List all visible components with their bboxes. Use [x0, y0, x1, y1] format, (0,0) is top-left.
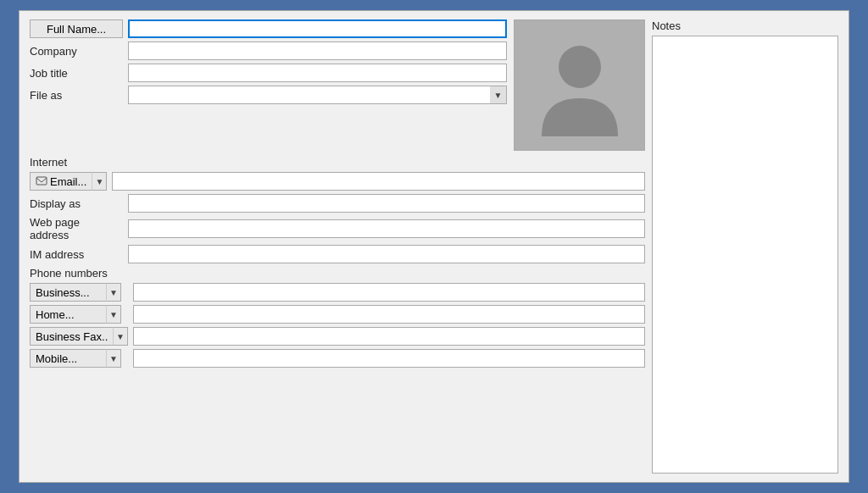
- notes-label: Notes: [652, 19, 838, 32]
- file-as-select[interactable]: [128, 86, 507, 104]
- business-phone-button[interactable]: Business...: [30, 283, 106, 302]
- top-fields: Full Name... Company Job title: [30, 19, 507, 151]
- home-phone-arrow[interactable]: ▼: [106, 305, 121, 324]
- mobile-phone-button[interactable]: Mobile...: [30, 349, 106, 368]
- job-title-input[interactable]: [128, 64, 507, 82]
- mobile-phone-btn-area: Mobile... ▼: [30, 349, 128, 368]
- email-icon: [36, 175, 47, 187]
- company-row: Company: [30, 42, 507, 60]
- im-address-input[interactable]: [128, 245, 645, 263]
- home-phone-button[interactable]: Home...: [30, 305, 106, 324]
- home-phone-input[interactable]: [133, 305, 645, 324]
- home-phone-btn-area: Home... ▼: [30, 305, 128, 324]
- email-btn-label: Email...: [50, 175, 86, 188]
- home-phone-row: Home... ▼: [30, 305, 645, 324]
- svg-rect-1: [36, 177, 47, 185]
- business-phone-btn-area: Business... ▼: [30, 283, 128, 302]
- fullname-row: Full Name...: [30, 19, 507, 38]
- company-input[interactable]: [128, 42, 507, 60]
- mobile-phone-arrow[interactable]: ▼: [106, 349, 121, 368]
- mobile-phone-row: Mobile... ▼: [30, 349, 645, 368]
- email-button[interactable]: Email...: [30, 172, 92, 191]
- email-dropdown-arrow[interactable]: ▼: [92, 172, 107, 191]
- email-btn-wrapper: Email... ▼: [30, 172, 107, 191]
- phone-numbers-header: Phone numbers: [30, 267, 645, 280]
- display-as-row: Display as: [30, 194, 645, 213]
- phone-section: Phone numbers Business... ▼ Ho: [30, 267, 645, 368]
- company-label: Company: [30, 45, 123, 58]
- contact-form: Full Name... Company Job title: [19, 10, 849, 483]
- mobile-phone-label: Mobile...: [36, 352, 77, 365]
- mobile-phone-input[interactable]: [133, 349, 645, 368]
- left-panel: Full Name... Company Job title: [30, 19, 645, 474]
- display-as-input[interactable]: [128, 194, 645, 213]
- avatar-icon: [533, 35, 626, 136]
- file-as-wrapper: ▼: [128, 86, 507, 104]
- web-page-row: Web page address: [30, 216, 645, 241]
- fullname-input[interactable]: [128, 19, 507, 38]
- top-section: Full Name... Company Job title: [30, 19, 645, 151]
- web-page-label: Web page address: [30, 216, 123, 241]
- job-title-label: Job title: [30, 67, 123, 80]
- email-input[interactable]: [112, 172, 645, 191]
- im-address-row: IM address: [30, 245, 645, 263]
- business-phone-input[interactable]: [133, 283, 645, 302]
- business-fax-arrow[interactable]: ▼: [113, 327, 128, 346]
- job-title-row: Job title: [30, 64, 507, 82]
- business-fax-button[interactable]: Business Fax..: [30, 327, 113, 346]
- email-row: Email... ▼: [30, 172, 645, 191]
- im-address-label: IM address: [30, 248, 123, 261]
- internet-section: Internet Email... ▼: [30, 156, 645, 263]
- avatar-box: [514, 19, 645, 151]
- business-fax-btn-area: Business Fax.. ▼: [30, 327, 128, 346]
- web-page-input[interactable]: [128, 219, 645, 238]
- file-as-label: File as: [30, 89, 123, 102]
- internet-header: Internet: [30, 156, 645, 169]
- business-phone-row: Business... ▼: [30, 283, 645, 302]
- file-as-row: File as ▼: [30, 86, 507, 104]
- display-as-label: Display as: [30, 197, 123, 210]
- business-phone-arrow[interactable]: ▼: [106, 283, 121, 302]
- business-fax-label: Business Fax..: [36, 330, 108, 343]
- business-fax-row: Business Fax.. ▼: [30, 327, 645, 346]
- home-phone-label: Home...: [36, 308, 75, 321]
- notes-panel: Notes: [652, 19, 838, 474]
- svg-point-0: [559, 46, 601, 88]
- fullname-button[interactable]: Full Name...: [30, 19, 123, 38]
- notes-textarea[interactable]: [652, 36, 838, 474]
- business-phone-label: Business...: [36, 286, 90, 299]
- business-fax-input[interactable]: [133, 327, 645, 346]
